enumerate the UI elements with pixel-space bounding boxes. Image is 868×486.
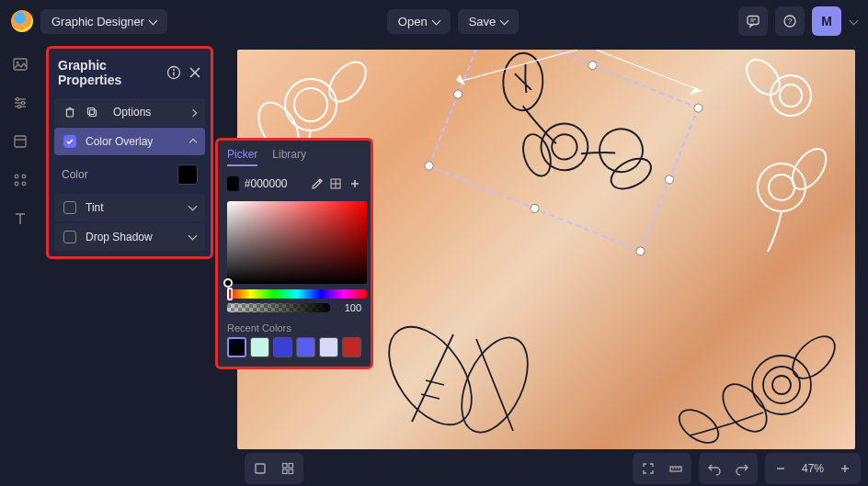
section-color-overlay[interactable]: Color Overlay [54, 128, 205, 155]
svg-point-15 [15, 175, 18, 178]
sidebar-item-adjust[interactable] [6, 88, 35, 118]
check-icon [65, 137, 74, 146]
svg-text:?: ? [788, 17, 793, 26]
section-label: Color Overlay [86, 135, 153, 148]
grid-view-button[interactable] [276, 457, 300, 480]
comments-button[interactable] [738, 6, 768, 36]
svg-line-52 [476, 339, 513, 431]
zoom-value[interactable]: 47% [796, 462, 829, 475]
chat-icon [746, 14, 760, 28]
svg-line-49 [426, 380, 444, 385]
undo-button[interactable] [702, 457, 726, 480]
add-swatch-button[interactable] [348, 175, 361, 192]
svg-point-10 [16, 97, 18, 100]
zoom-out-button[interactable] [769, 457, 793, 480]
tab-library[interactable]: Library [272, 148, 306, 166]
svg-rect-71 [289, 464, 293, 469]
options-label[interactable]: Options [113, 106, 151, 119]
chevron-down-icon [150, 15, 156, 28]
section-drop-shadow[interactable]: Drop Shadow [54, 223, 205, 251]
save-label: Save [469, 15, 497, 28]
svg-point-16 [22, 175, 26, 178]
recent-swatch[interactable] [296, 337, 315, 357]
sidebar-item-image[interactable] [6, 50, 35, 79]
alpha-input[interactable] [336, 302, 361, 313]
svg-point-37 [294, 88, 327, 121]
svg-point-11 [21, 101, 24, 104]
alpha-row [227, 302, 361, 313]
trash-icon[interactable] [63, 106, 76, 119]
help-icon: ? [782, 14, 797, 28]
svg-point-54 [763, 367, 800, 403]
grid4-icon [280, 461, 295, 476]
user-initial: M [821, 14, 832, 28]
hex-preview-swatch [227, 176, 239, 191]
svg-rect-0 [748, 17, 759, 25]
sidebar-item-text[interactable] [6, 204, 35, 233]
tab-picker[interactable]: Picker [227, 148, 257, 166]
help-button[interactable]: ? [775, 6, 805, 36]
svg-rect-13 [15, 136, 26, 147]
close-icon[interactable] [188, 66, 201, 79]
single-view-button[interactable] [248, 457, 272, 480]
app-logo [11, 10, 33, 32]
info-icon[interactable] [166, 65, 181, 80]
main-area: Graphic Properties Options Color Overlay… [40, 42, 868, 486]
chevron-down-icon [189, 231, 196, 243]
eyedropper-button[interactable] [311, 175, 324, 192]
hex-input[interactable] [245, 177, 300, 190]
ruler-button[interactable] [664, 457, 688, 480]
chevron-down-icon [501, 15, 508, 28]
zoom-in-button[interactable] [833, 457, 857, 480]
recent-swatch[interactable] [342, 337, 361, 357]
app-mode-dropdown[interactable]: Graphic Designer [40, 9, 167, 34]
checkbox-color-overlay[interactable] [63, 135, 76, 148]
minus-icon [774, 462, 787, 475]
color-picker-popup: Picker Library Recent Color [215, 138, 373, 369]
hue-slider[interactable] [227, 289, 367, 299]
save-button[interactable]: Save [458, 9, 520, 34]
sv-handle[interactable] [223, 278, 233, 288]
svg-point-17 [15, 182, 18, 186]
chevron-down-icon[interactable] [851, 13, 857, 29]
recent-swatch[interactable] [319, 337, 338, 357]
redo-button[interactable] [730, 457, 754, 480]
checkbox-drop-shadow[interactable] [63, 231, 76, 243]
svg-point-53 [752, 356, 811, 414]
checkbox-tint[interactable] [63, 201, 76, 214]
svg-point-45 [769, 175, 794, 200]
open-button[interactable]: Open [387, 9, 451, 34]
panel-header: Graphic Properties [49, 49, 211, 96]
hex-row [218, 170, 371, 198]
svg-rect-26 [67, 109, 74, 117]
top-bar: Graphic Designer Open Save ? M [0, 0, 868, 42]
selection-box[interactable] [428, 50, 699, 253]
duplicate-icon[interactable] [86, 106, 98, 119]
layout-group [245, 453, 303, 484]
svg-rect-29 [88, 108, 95, 115]
hue-handle[interactable] [227, 288, 233, 300]
selected-graphic [430, 50, 697, 250]
svg-rect-73 [289, 469, 293, 474]
saturation-value-picker[interactable] [227, 201, 367, 284]
chevron-up-icon [190, 135, 196, 148]
section-tint[interactable]: Tint [54, 194, 205, 221]
decor-flower [653, 284, 855, 449]
sliders-icon [12, 95, 29, 111]
fullscreen-button[interactable] [636, 457, 660, 480]
alpha-slider[interactable] [227, 303, 330, 312]
panel-actions-row: Options [54, 98, 205, 126]
recent-swatch[interactable] [250, 337, 269, 357]
recent-swatch[interactable] [273, 337, 292, 357]
chevron-down-icon [189, 201, 196, 214]
color-swatch[interactable] [177, 164, 198, 185]
sidebar-item-window[interactable] [6, 127, 35, 156]
selection-handle[interactable] [634, 245, 646, 257]
user-menu-button[interactable]: M [812, 6, 841, 36]
recent-swatch[interactable] [227, 337, 246, 357]
sidebar-item-apps[interactable] [6, 165, 35, 195]
grid-icon [329, 177, 342, 190]
grid-button[interactable] [329, 175, 342, 192]
left-sidebar [0, 42, 40, 486]
chevron-right-icon [190, 106, 196, 119]
